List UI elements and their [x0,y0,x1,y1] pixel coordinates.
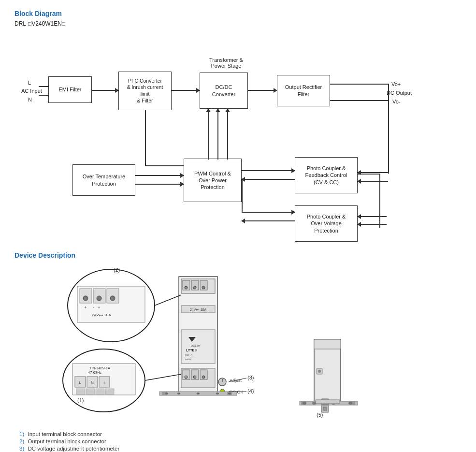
arrow-feedback-pwm [242,179,295,180]
svg-rect-82 [323,407,327,410]
label-vop: Vo+ [391,81,401,87]
line-right-v [388,84,389,101]
svg-text:⏚: ⏚ [103,380,106,385]
svg-point-32 [177,393,180,394]
legend-list: 1) Input terminal block connector 2) Out… [14,431,462,452]
svg-text:24V••• 10A: 24V••• 10A [190,308,207,311]
legend-text-1: Input terminal block connector [28,431,101,437]
legend-item-2: 2) Output terminal block connector [19,438,462,444]
label-dc-output: DC Output [387,90,412,96]
block-diagram-area: L AC Input N EMI Filter PFC Converter& I… [14,34,459,237]
svg-rect-67 [314,339,341,349]
svg-rect-61 [86,389,95,394]
svg-point-69 [318,370,321,373]
svg-rect-63 [105,389,114,394]
pfc-converter-box: PFC Converter& Inrush currentlimit& Filt… [118,72,172,110]
line-pfc-down-h [145,165,184,166]
legend-num-3: 3) [19,446,24,452]
arrow-overtemp-pwm2 [135,184,184,185]
svg-rect-60 [76,389,85,394]
device-description-title: Device Description [14,251,462,259]
legend-num-2: 2) [19,438,24,444]
arrow-pwm-dcdc2 [217,109,218,118]
svg-point-21 [193,376,196,379]
svg-text:DELTA: DELTA [191,344,200,347]
block-diagram-title: Block Diagram [14,10,462,17]
arrow-pwm-dcdc1 [208,109,209,118]
svg-point-22 [202,376,205,379]
line-pfc-down [145,110,146,166]
arrow-pfc-dcdc [172,90,200,91]
svg-point-42 [97,296,101,301]
svg-point-7 [202,286,205,289]
pwm-control-box: PWM Control &Over PowerProtection [184,159,242,202]
line-to-vom [330,100,388,101]
line-right-to-ovp-v [379,174,380,228]
label-ac-input: AC Input [21,88,42,94]
model-label: DRL-□V240W1EN□ [14,20,462,27]
svg-point-33 [197,393,200,394]
svg-text:(4): (4) [247,388,254,394]
arrow-pwm-dcdc3 [227,109,228,118]
transformer-label: Transformer &Power Stage [202,57,250,69]
block-diagram-section: Block Diagram DRL-□V240W1EN□ L AC Input … [14,10,462,237]
svg-text:LYTE II: LYTE II [186,349,197,352]
label-vom: Vo- [392,99,401,104]
svg-text:+: + [84,305,87,310]
line-right-to-feedback [388,100,389,174]
arrow-pwm-feedback [242,170,295,171]
label-L: L [28,80,31,86]
svg-text:(1): (1) [77,397,84,403]
svg-text:(2): (2) [114,267,120,273]
arrow-right-to-feedback [358,172,388,173]
arrow-dcdc-output [248,90,277,91]
line-to-vop [330,84,388,85]
arrow-right-to-feedback2 [358,181,388,182]
legend-num-1: 1) [19,431,24,437]
svg-text:47-63Hz: 47-63Hz [88,370,102,375]
emi-filter-box: EMI Filter [48,76,92,103]
svg-text:1IN-240V-1A: 1IN-240V-1A [89,366,110,370]
legend-item-3: 3) DC voltage adjustment potentiometer [19,446,462,452]
svg-point-43 [110,296,115,301]
arrow-overtemp-pwm [135,175,184,176]
svg-point-78 [348,402,352,405]
svg-text:(3): (3) [247,375,254,380]
svg-text:(5): (5) [317,412,323,418]
arrow-ovp-pwm [242,220,295,221]
svg-text:+: + [98,305,100,310]
device-diagram-area: 24V••• 10A DELTA LYTE II DRL-D... series… [14,262,459,426]
svg-rect-62 [96,389,104,394]
svg-text:series: series [185,358,192,361]
svg-text:-: - [93,305,94,310]
line-n-to-emi [39,95,48,96]
svg-point-34 [216,393,219,394]
photo-coupler-ovp-box: Photo Coupler &Over VoltageProtection [295,205,358,242]
label-N: N [28,97,32,102]
device-svg: 24V••• 10A DELTA LYTE II DRL-D... series… [14,262,449,426]
over-temp-box: Over TemperatureProtection [72,164,135,196]
legend-item-1: 1) Input terminal block connector [19,431,462,437]
arrow-emi-pfc [92,90,118,91]
svg-text:L: L [79,380,82,385]
svg-point-35 [228,393,231,394]
svg-line-64 [145,374,181,380]
line-right-to-ovp-h [358,174,380,175]
legend-text-2: Output terminal block connector [28,438,106,444]
dcdc-converter-box: DC/DCConverter [200,73,248,109]
svg-point-41 [83,296,88,301]
device-description-section: Device Description 24V••• 10A DELTA L [14,251,462,452]
line-l-to-emi [39,86,48,87]
svg-line-48 [155,295,181,306]
arrow-right-to-ovp2 [358,224,387,225]
svg-point-73 [303,402,306,405]
svg-text:DRL-D...: DRL-D... [185,354,194,357]
svg-text:24V••• 10A: 24V••• 10A [92,313,111,317]
legend-text-3: DC voltage adjustment potentiometer [28,446,119,452]
svg-point-20 [185,376,188,379]
arrow-right-to-ovp [358,216,387,217]
svg-point-6 [193,286,196,289]
svg-rect-79 [316,400,340,404]
svg-text:N: N [91,380,94,385]
output-rectifier-box: Output RectifierFilter [277,75,330,106]
